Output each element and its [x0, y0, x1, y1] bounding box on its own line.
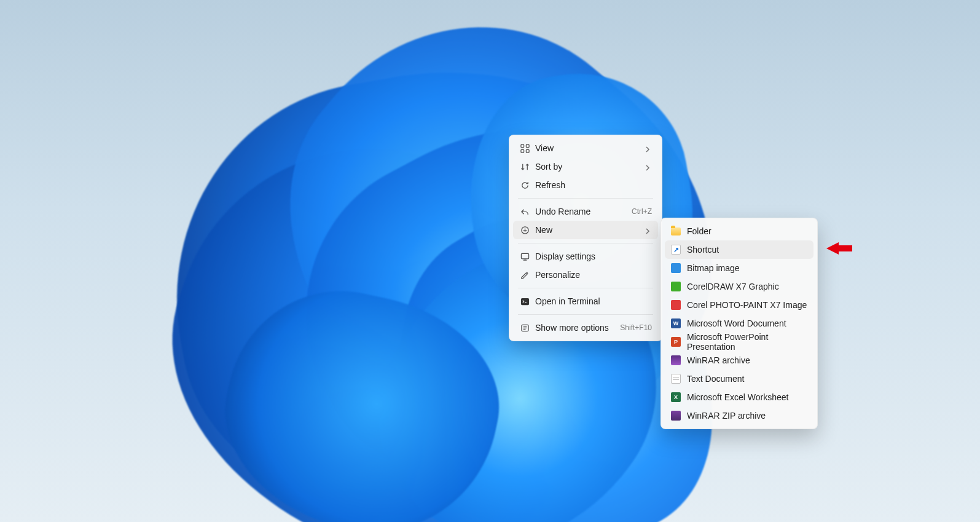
- shortcut-icon: ↗: [670, 244, 682, 255]
- submenu-label-shortcut: Shortcut: [682, 245, 807, 255]
- menu-separator: [518, 198, 653, 199]
- menu-label-refresh: Refresh: [531, 180, 652, 190]
- menu-shortcut-undo: Ctrl+Z: [625, 207, 652, 216]
- svg-rect-3: [526, 149, 529, 152]
- more-icon: [518, 322, 531, 333]
- submenu-item-txt[interactable]: Text Document: [665, 370, 813, 388]
- submenu-item-rar[interactable]: WinRAR archive: [665, 351, 813, 370]
- submenu-label-zip: WinRAR ZIP archive: [682, 411, 807, 421]
- bmp-icon: [670, 263, 682, 274]
- pptx-icon: P: [670, 336, 682, 347]
- submenu-label-folder: Folder: [682, 226, 807, 236]
- submenu-label-txt: Text Document: [682, 374, 807, 384]
- svg-rect-6: [520, 298, 528, 304]
- folder-icon: [670, 226, 682, 237]
- menu-item-new[interactable]: New: [513, 221, 658, 239]
- submenu-item-docx[interactable]: W Microsoft Word Document: [665, 314, 813, 333]
- cdr-icon: [670, 281, 682, 292]
- menu-label-sort-by: Sort by: [531, 162, 645, 172]
- submenu-label-cpt: Corel PHOTO-PAINT X7 Image: [682, 300, 807, 310]
- terminal-icon: [518, 296, 531, 307]
- menu-item-refresh[interactable]: Refresh: [513, 176, 658, 194]
- annotation-arrow: [826, 242, 852, 255]
- personalize-icon: [518, 269, 531, 280]
- sort-icon: [518, 161, 531, 172]
- submenu-item-folder[interactable]: Folder: [665, 222, 813, 240]
- svg-rect-5: [521, 253, 528, 258]
- chevron-right-icon: [645, 163, 652, 170]
- menu-separator: [518, 243, 653, 243]
- menu-label-more-options: Show more options: [531, 323, 614, 333]
- docx-icon: W: [670, 318, 682, 329]
- svg-rect-0: [520, 144, 523, 147]
- submenu-item-shortcut[interactable]: ↗ Shortcut: [665, 240, 813, 259]
- menu-label-view: View: [531, 143, 645, 153]
- menu-shortcut-more: Shift+F10: [614, 323, 652, 332]
- submenu-item-pptx[interactable]: P Microsoft PowerPoint Presentation: [665, 333, 813, 351]
- chevron-right-icon: [645, 226, 652, 234]
- menu-item-show-more-options[interactable]: Show more options Shift+F10: [513, 318, 658, 337]
- submenu-item-bitmap[interactable]: Bitmap image: [665, 259, 813, 277]
- new-submenu: Folder ↗ Shortcut Bitmap image CorelDRAW…: [661, 218, 818, 429]
- submenu-item-zip[interactable]: WinRAR ZIP archive: [665, 406, 813, 425]
- submenu-label-bitmap: Bitmap image: [682, 263, 807, 273]
- submenu-item-cpt[interactable]: Corel PHOTO-PAINT X7 Image: [665, 296, 813, 314]
- rar-icon: [670, 355, 682, 366]
- menu-label-new: New: [531, 225, 645, 235]
- submenu-item-xlsx[interactable]: X Microsoft Excel Worksheet: [665, 388, 813, 406]
- undo-icon: [518, 206, 531, 217]
- menu-separator: [518, 288, 653, 288]
- menu-item-open-terminal[interactable]: Open in Terminal: [513, 292, 658, 310]
- chevron-right-icon: [645, 144, 652, 152]
- menu-separator: [518, 314, 653, 315]
- menu-item-sort-by[interactable]: Sort by: [513, 157, 658, 176]
- new-icon: [518, 224, 531, 235]
- submenu-label-rar: WinRAR archive: [682, 355, 807, 365]
- submenu-label-docx: Microsoft Word Document: [682, 318, 807, 328]
- display-icon: [518, 251, 531, 262]
- xlsx-icon: X: [670, 392, 682, 403]
- desktop-context-menu: View Sort by Refresh Undo R: [509, 135, 662, 341]
- svg-rect-2: [520, 149, 523, 152]
- menu-item-view[interactable]: View: [513, 139, 658, 157]
- cpt-icon: [670, 299, 682, 310]
- svg-rect-1: [526, 144, 529, 147]
- menu-label-display-settings: Display settings: [531, 251, 652, 261]
- menu-item-personalize[interactable]: Personalize: [513, 266, 658, 284]
- desktop-wallpaper: [0, 0, 980, 522]
- menu-item-display-settings[interactable]: Display settings: [513, 247, 658, 266]
- menu-label-open-terminal: Open in Terminal: [531, 296, 652, 306]
- grid-icon: [518, 143, 531, 154]
- zip-icon: [670, 410, 682, 421]
- txt-icon: [670, 373, 682, 384]
- submenu-label-pptx: Microsoft PowerPoint Presentation: [682, 332, 807, 352]
- submenu-item-cdr[interactable]: CorelDRAW X7 Graphic: [665, 277, 813, 296]
- refresh-icon: [518, 180, 531, 191]
- menu-item-undo-rename[interactable]: Undo Rename Ctrl+Z: [513, 202, 658, 221]
- submenu-label-xlsx: Microsoft Excel Worksheet: [682, 392, 807, 402]
- menu-label-undo-rename: Undo Rename: [531, 207, 625, 216]
- submenu-label-cdr: CorelDRAW X7 Graphic: [682, 282, 807, 291]
- menu-label-personalize: Personalize: [531, 270, 652, 280]
